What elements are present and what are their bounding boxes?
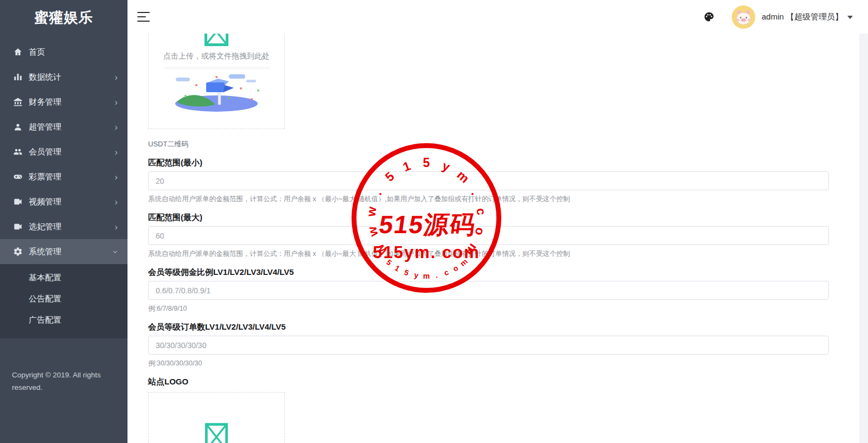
chevron-right-icon: › xyxy=(114,147,118,157)
submenu-item-basic-config[interactable]: 基本配置 xyxy=(0,267,127,288)
gear-icon xyxy=(13,247,23,256)
user-name: admin 【超级管理员】 xyxy=(762,12,843,22)
chevron-right-icon: › xyxy=(114,98,118,107)
sidebar-item-label: 财务管理 xyxy=(29,97,114,107)
video-camera-icon xyxy=(13,197,23,207)
sidebar-item-lottery[interactable]: 彩票管理 › xyxy=(0,164,127,189)
video-camera-icon xyxy=(13,222,23,232)
sidebar-item-video[interactable]: 视频管理 › xyxy=(0,189,127,214)
field-help: 系统自动给用户派单的金额范围，计算公式：用户余额 x （最小~最大 随机值）,如… xyxy=(148,249,829,258)
site-logo-section: 站点LOGO xyxy=(148,376,829,387)
sidebar-item-statistics[interactable]: 数据统计 › xyxy=(0,65,127,89)
field-group-match-max: 匹配范围(最大) 系统自动给用户派单的金额范围，计算公式：用户余额 x （最小~… xyxy=(148,212,829,258)
topbar: admin 【超级管理员】 xyxy=(127,0,868,34)
chevron-right-icon: › xyxy=(114,123,118,132)
sidebar-item-label: 会员管理 xyxy=(29,147,114,157)
home-icon xyxy=(13,47,23,57)
field-label: 会员等级佣金比例LV1/LV2/LV3/LV4/LV5 xyxy=(148,267,829,277)
basic-config-form: 点击上传，或将文件拖拽到此处 xyxy=(127,34,859,443)
sidebar-item-label: 彩票管理 xyxy=(29,172,114,182)
bar-chart-icon xyxy=(13,72,23,82)
sidebar-item-label: 视频管理 xyxy=(29,197,114,207)
sidebar-item-finance[interactable]: 财务管理 › xyxy=(0,89,127,114)
field-help: 例:6/7/8/9/10 xyxy=(148,304,829,313)
submenu-item-notice-config[interactable]: 公告配置 xyxy=(0,288,127,310)
sidebar-item-members[interactable]: 会员管理 › xyxy=(0,139,127,164)
sidebar: 蜜獾娱乐 首页 数据统计 › 财务管理 › xyxy=(0,0,127,443)
field-group-match-min: 匹配范围(最小) 系统自动给用户派单的金额范围，计算公式：用户余额 x （最小~… xyxy=(148,157,829,203)
commission-ratio-input[interactable] xyxy=(148,281,829,300)
sidebar-item-superadmin[interactable]: 超管管理 › xyxy=(0,114,127,139)
brand-logo: 蜜獾娱乐 xyxy=(0,0,127,35)
bank-icon xyxy=(13,97,23,107)
avatar[interactable] xyxy=(732,5,755,29)
sidebar-item-label: 系统管理 xyxy=(29,247,114,257)
site-logo-upload[interactable] xyxy=(148,392,285,443)
submenu-item-ad-config[interactable]: 广告配置 xyxy=(0,310,127,331)
chevron-right-icon: › xyxy=(114,222,118,232)
theme-palette-icon[interactable] xyxy=(704,11,714,22)
admin-app: 蜜獾娱乐 首页 数据统计 › 财务管理 › xyxy=(0,0,868,443)
match-min-input[interactable] xyxy=(148,171,829,190)
users-icon xyxy=(13,147,23,157)
user-icon xyxy=(13,122,23,132)
usdt-qrcode-label: USDT二维码 xyxy=(148,139,829,149)
upload-hint: 点击上传，或将文件拖拽到此处 xyxy=(149,52,284,61)
chevron-down-icon: › xyxy=(112,250,121,253)
sidebar-item-label: 数据统计 xyxy=(29,72,114,82)
sidebar-nav: 首页 数据统计 › 财务管理 › 超管管理 xyxy=(0,35,127,338)
field-group-commission-ratio: 会员等级佣金比例LV1/LV2/LV3/LV4/LV5 例:6/7/8/9/10 xyxy=(148,267,829,313)
sidebar-submenu: 基本配置 公告配置 广告配置 xyxy=(0,264,127,338)
empty-upload-illustration xyxy=(165,74,268,115)
gamepad-icon xyxy=(13,172,23,182)
field-help: 系统自动给用户派单的金额范围，计算公式：用户余额 x （最小~最大 随机值）,如… xyxy=(148,195,829,203)
sidebar-item-system[interactable]: 系统管理 › xyxy=(0,239,127,264)
broken-image-icon xyxy=(205,423,228,443)
sidebar-item-concubine[interactable]: 选妃管理 › xyxy=(0,214,127,239)
chevron-right-icon: › xyxy=(114,73,118,82)
field-label: 会员等级订单数LV1/LV2/LV3/LV4/LV5 xyxy=(148,322,829,332)
field-group-order-count: 会员等级订单数LV1/LV2/LV3/LV4/LV5 例:30/30/30/30… xyxy=(148,322,829,368)
field-label: 匹配范围(最大) xyxy=(148,212,829,222)
topbar-right: admin 【超级管理员】 xyxy=(704,5,853,29)
site-logo-label: 站点LOGO xyxy=(148,376,829,387)
order-count-input[interactable] xyxy=(148,336,829,355)
field-help: 例:30/30/30/30/30 xyxy=(148,359,829,368)
usdt-qrcode-upload[interactable]: 点击上传，或将文件拖拽到此处 xyxy=(148,34,285,129)
field-label: 匹配范围(最小) xyxy=(148,157,829,168)
sidebar-toggle-icon[interactable] xyxy=(137,12,150,22)
match-max-input[interactable] xyxy=(148,226,829,245)
sidebar-item-label: 超管管理 xyxy=(29,122,114,132)
copyright-text: Copyright © 2019. All rights reserved. xyxy=(12,369,117,394)
chevron-right-icon: › xyxy=(114,197,118,207)
divider xyxy=(163,68,270,68)
chevron-right-icon: › xyxy=(114,172,118,182)
dropdown-caret-icon xyxy=(847,16,853,19)
sidebar-item-label: 首页 xyxy=(29,47,118,57)
user-menu[interactable]: admin 【超级管理员】 xyxy=(732,5,853,29)
scrollbar[interactable] xyxy=(859,34,868,443)
sidebar-item-label: 选妃管理 xyxy=(29,222,114,232)
broken-image-icon xyxy=(205,34,228,48)
sidebar-item-home[interactable]: 首页 xyxy=(0,40,127,65)
